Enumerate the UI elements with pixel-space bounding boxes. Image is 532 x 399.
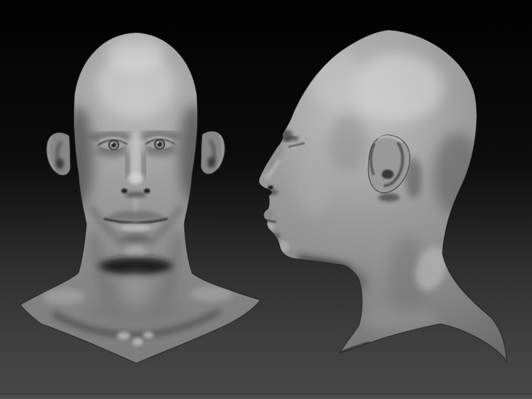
cheek-highlight (294, 153, 334, 217)
bottom-edge-dark-line (0, 393, 532, 394)
ear-concha-hollow (382, 170, 394, 179)
render-canvas (0, 0, 532, 399)
right-eye-catchlight (157, 142, 158, 143)
front-right-eye (146, 138, 174, 150)
sternal-highlight-right (143, 332, 154, 338)
neck-base-shade (88, 301, 184, 322)
lower-lip-highlight (121, 223, 150, 231)
render-viewport (0, 0, 532, 399)
under-lip-crease (121, 234, 150, 243)
crown-highlight (106, 35, 166, 72)
under-chin-shadow (98, 257, 173, 275)
right-nostril (144, 189, 150, 194)
front-left-ear-hollow (56, 158, 64, 169)
profile-upper-lip (264, 210, 273, 218)
front-right-ear-hollow (207, 157, 215, 168)
profile-nostril (268, 186, 273, 190)
front-left-eye (98, 138, 127, 150)
nose-bridge-highlight (131, 132, 140, 178)
profile-crown-highlight (352, 53, 443, 122)
temple-shade (329, 115, 368, 171)
sternal-highlight-left (117, 332, 130, 340)
sternal-highlight-center (132, 338, 143, 346)
bottom-edge-light-line (0, 396, 532, 399)
nose-right-shade (143, 154, 145, 177)
nose-tip-highlight (128, 172, 143, 184)
left-eye-catchlight (111, 142, 112, 144)
nose-left-shade (126, 154, 128, 177)
left-nostril (122, 189, 128, 194)
left-trapezius-highlight (43, 289, 85, 305)
under-ear-shadow (378, 194, 400, 201)
